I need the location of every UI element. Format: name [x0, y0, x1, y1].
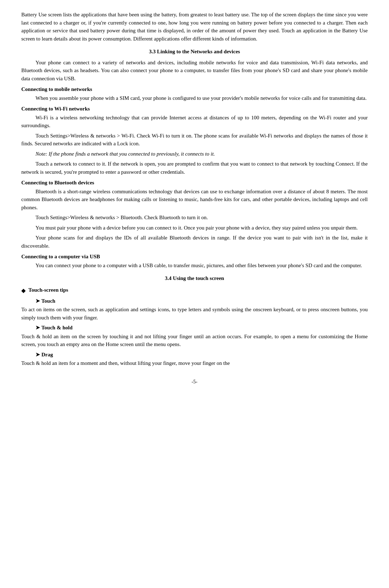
drag-subheading-container: ➤ Drag	[21, 351, 368, 359]
arrow-right-icon: ➤	[35, 298, 41, 304]
usb-para: You can connect your phone to a computer…	[21, 261, 368, 270]
wifi-heading: Connecting to Wi-Fi networks	[21, 105, 368, 113]
wifi-para3: Touch a network to connect to it. If the…	[21, 160, 368, 176]
section-34-heading: 3.4 Using the touch screen	[21, 274, 368, 282]
section33-intro: Your phone can connect to a variety of n…	[21, 59, 368, 83]
bluetooth-para3: You must pair your phone with a device b…	[21, 224, 368, 232]
wifi-note: Note: If the phone finds a network that …	[21, 150, 368, 158]
bluetooth-para2: Touch Settings>Wireless & networks > Blu…	[21, 214, 368, 222]
touchhold-subheading: ➤ Touch & hold	[21, 324, 368, 332]
mobile-para: When you assemble your phone with a SIM …	[21, 94, 368, 102]
touchscreen-tips-item: ◆ Touch-screen tips	[21, 286, 368, 295]
arrow-right-icon3: ➤	[35, 352, 42, 357]
touch-subheading-container: ➤ Touch	[21, 297, 368, 305]
bluetooth-para4: Your phone scans for and displays the ID…	[21, 234, 368, 250]
touchhold-label: Touch & hold	[41, 325, 72, 330]
bluetooth-heading: Connecting to Bluetooth devices	[21, 179, 368, 187]
arrow-right-icon2: ➤	[35, 325, 41, 330]
bluetooth-para1: Bluetooth is a short-range wireless comm…	[21, 188, 368, 212]
drag-label: Drag	[42, 352, 53, 357]
touch-subheading: ➤ Touch	[21, 297, 368, 305]
section-33-heading: 3.3 Linking to the Networks and devices	[21, 48, 368, 56]
wifi-para1: Wi-Fi is a wireless networking technolog…	[21, 114, 368, 130]
wifi-para2: Touch Settings>Wireless & networks > Wi-…	[21, 132, 368, 148]
usb-heading: Connecting to a computer via USB	[21, 253, 368, 261]
touchhold-para: Touch & hold an item on the screen by to…	[21, 333, 368, 349]
page-number: -5-	[21, 378, 368, 385]
touch-label: Touch	[41, 298, 55, 304]
touchhold-subheading-container: ➤ Touch & hold	[21, 324, 368, 332]
page-content: Battery Use screen lists the application…	[21, 11, 368, 385]
intro-paragraph: Battery Use screen lists the application…	[21, 11, 368, 43]
touch-para: To act on items on the screen, such as a…	[21, 306, 368, 322]
mobile-heading: Connecting to mobile networks	[21, 85, 368, 93]
touch-screen-tips-section: ◆ Touch-screen tips ➤ Touch To act on it…	[21, 286, 368, 367]
touchscreen-tips-label: Touch-screen tips	[28, 286, 68, 294]
drag-para: Touch & hold an item for a moment and th…	[21, 359, 368, 367]
diamond-bullet-icon: ◆	[21, 286, 26, 295]
drag-subheading: ➤ Drag	[21, 351, 368, 359]
